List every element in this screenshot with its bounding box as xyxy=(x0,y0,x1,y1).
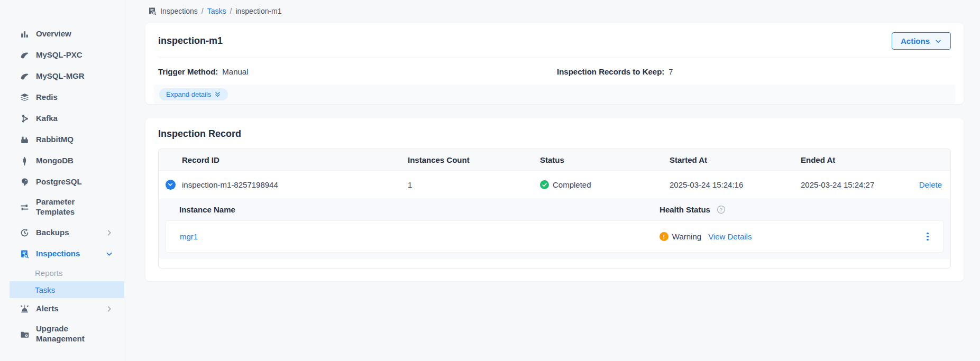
col-started-at: Started At xyxy=(670,155,801,164)
breadcrumb-tasks-link[interactable]: Tasks xyxy=(207,7,226,15)
sidebar: Overview MySQL-PXC MySQL-MGR Redis Kafka… xyxy=(0,0,125,361)
section-title: Inspection Record xyxy=(158,128,951,140)
collapse-row-toggle[interactable] xyxy=(166,180,176,190)
col-status: Status xyxy=(540,155,670,164)
layers-icon xyxy=(20,93,29,102)
col-ended-at: Ended At xyxy=(801,155,902,164)
mysql-dolphin-icon xyxy=(20,72,29,81)
page-title: inspection-m1 xyxy=(158,35,223,47)
breadcrumb-inspections[interactable]: Inspections xyxy=(160,7,198,15)
sidebar-item-postgresql[interactable]: PostgreSQL xyxy=(0,171,125,192)
record-id-cell: inspection-m1-8257198944 xyxy=(182,180,408,189)
sidebar-item-redis[interactable]: Redis xyxy=(0,87,125,108)
completed-check-icon xyxy=(540,180,549,189)
sidebar-item-parameter-templates[interactable]: Parameter Templates xyxy=(0,192,125,222)
chevron-right-icon xyxy=(105,305,113,313)
help-icon[interactable]: ? xyxy=(717,205,726,214)
col-health-status: Health Status ? xyxy=(660,205,913,214)
breadcrumb: Inspections / Tasks / inspection-m1 xyxy=(145,7,964,15)
started-at-cell: 2025-03-24 15:24:16 xyxy=(670,180,801,189)
records-to-keep-field: Inspection Records to Keep: 7 xyxy=(557,67,673,76)
double-chevron-down-icon xyxy=(214,91,221,98)
sliders-icon xyxy=(20,203,29,212)
records-table-header: Record ID Instances Count Status Started… xyxy=(159,149,950,171)
mysql-dolphin-icon xyxy=(20,51,29,60)
actions-button[interactable]: Actions xyxy=(892,32,951,50)
health-status-cell: ! Warning View Details xyxy=(660,232,912,241)
instances-table-header: Instance Name Health Status ? xyxy=(166,198,944,220)
col-instances-count: Instances Count xyxy=(408,155,540,164)
svg-text:?: ? xyxy=(720,206,723,212)
sidebar-item-overview[interactable]: Overview xyxy=(0,23,125,44)
inspection-record-card: Inspection Record Record ID Instances Co… xyxy=(145,118,964,281)
folder-gear-icon xyxy=(20,330,29,339)
kafka-icon xyxy=(20,114,29,123)
sidebar-item-inspections[interactable]: Inspections xyxy=(0,243,125,264)
chevron-down-icon xyxy=(935,38,942,45)
details-collapse-area: Expand details xyxy=(154,85,955,104)
sidebar-item-backups[interactable]: Backups xyxy=(0,222,125,243)
backup-restore-icon xyxy=(20,228,29,237)
status-cell: Completed xyxy=(540,180,670,189)
expand-details-button[interactable]: Expand details xyxy=(159,88,228,100)
sidebar-item-reports[interactable]: Reports xyxy=(0,264,125,281)
sidebar-item-rabbitmq[interactable]: RabbitMQ xyxy=(0,129,125,150)
main-content: Inspections / Tasks / inspection-m1 insp… xyxy=(125,0,980,281)
record-row: inspection-m1-8257198944 1 Completed 202… xyxy=(159,171,950,198)
inspection-icon xyxy=(20,249,29,258)
elephant-icon xyxy=(20,178,29,187)
trigger-method-field: Trigger Method: Manual xyxy=(158,67,557,76)
instances-panel: Instance Name Health Status ? mgr1 ! xyxy=(159,198,950,259)
instance-name-link[interactable]: mgr1 xyxy=(180,232,198,241)
instances-count-cell: 1 xyxy=(408,180,540,189)
alarm-icon xyxy=(20,304,29,313)
col-instance-name: Instance Name xyxy=(166,205,660,214)
sidebar-item-mysql-pxc[interactable]: MySQL-PXC xyxy=(0,44,125,66)
inspection-breadcrumb-icon xyxy=(148,7,157,15)
kebab-menu-icon[interactable] xyxy=(924,230,931,243)
ended-at-cell: 2025-03-24 15:24:27 xyxy=(801,180,902,189)
view-details-link[interactable]: View Details xyxy=(708,232,752,241)
delete-record-link[interactable]: Delete xyxy=(919,180,942,189)
bar-chart-icon xyxy=(20,30,29,39)
records-table: Record ID Instances Count Status Started… xyxy=(158,149,951,269)
breadcrumb-current: inspection-m1 xyxy=(235,7,281,15)
sidebar-item-mongodb[interactable]: MongoDB xyxy=(0,150,125,171)
chevron-down-icon xyxy=(105,250,113,258)
col-record-id: Record ID xyxy=(182,155,408,164)
chevron-right-icon xyxy=(105,229,113,237)
sidebar-item-mysql-mgr[interactable]: MySQL-MGR xyxy=(0,66,125,87)
task-detail-card: inspection-m1 Actions Trigger Method: Ma… xyxy=(145,23,964,104)
sidebar-item-tasks[interactable]: Tasks xyxy=(10,281,124,298)
sidebar-item-alerts[interactable]: Alerts xyxy=(0,298,125,319)
instance-row: mgr1 ! Warning View Details xyxy=(166,220,944,253)
rabbitmq-icon xyxy=(20,135,29,144)
sidebar-item-upgrade-management[interactable]: Upgrade Management xyxy=(0,319,125,349)
warning-icon: ! xyxy=(660,232,668,241)
sidebar-item-kafka[interactable]: Kafka xyxy=(0,108,125,129)
leaf-icon xyxy=(20,156,29,165)
